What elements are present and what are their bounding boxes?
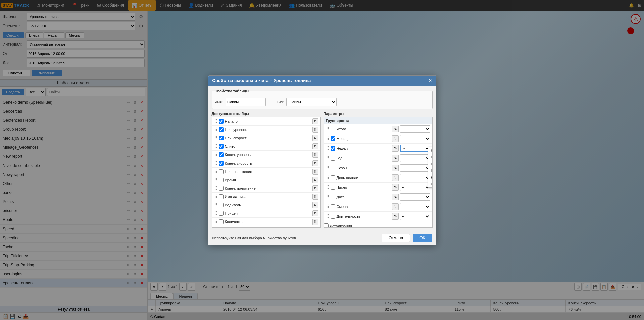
- param-drag-icon[interactable]: ⠿: [326, 165, 329, 171]
- param-check[interactable]: [331, 204, 335, 209]
- param-drag-icon[interactable]: ⠿: [326, 175, 329, 180]
- dropdown-item[interactable]: Нач. скорость: [428, 161, 433, 167]
- dropdown-item[interactable]: Нач. уровень: [428, 167, 433, 174]
- param-check[interactable]: [331, 214, 335, 219]
- param-sort-btn[interactable]: ⇅: [392, 155, 399, 162]
- avail-col-item: ⠿ Количество ⚙: [212, 218, 320, 226]
- dropdown-item[interactable]: Слито: [428, 181, 433, 187]
- drag-handle-icon[interactable]: ⠿: [214, 127, 217, 132]
- grouping-param-row: ⠿ Сезон ⇅ --: [324, 163, 432, 173]
- grouping-param-row: ⠿ Число ⇅ --: [324, 183, 432, 192]
- avail-col-check[interactable]: [219, 169, 224, 174]
- param-drag-icon[interactable]: ⠿: [326, 126, 329, 132]
- param-select[interactable]: --: [400, 203, 430, 210]
- extra-checkbox[interactable]: [324, 223, 329, 228]
- avail-col-check[interactable]: [219, 178, 224, 182]
- param-drag-icon[interactable]: ⠿: [326, 155, 329, 161]
- param-sort-btn[interactable]: ⇅: [392, 165, 399, 171]
- avail-col-settings-btn[interactable]: ⚙: [312, 127, 318, 133]
- avail-col-settings-btn[interactable]: ⚙: [312, 135, 318, 141]
- param-check[interactable]: [331, 175, 335, 180]
- avail-col-settings-btn[interactable]: ⚙: [312, 169, 318, 175]
- param-drag-icon[interactable]: ⠿: [326, 136, 329, 141]
- param-check[interactable]: [331, 156, 335, 161]
- drag-handle-icon[interactable]: ⠿: [214, 161, 217, 166]
- param-select[interactable]: --: [400, 193, 430, 201]
- param-label: День недели: [337, 176, 391, 180]
- avail-col-check[interactable]: [219, 152, 224, 157]
- param-select[interactable]: --: [400, 125, 430, 133]
- param-drag-icon[interactable]: ⠿: [326, 214, 329, 219]
- avail-col-check[interactable]: [219, 144, 224, 149]
- avail-col-check[interactable]: [219, 194, 224, 199]
- drag-handle-icon[interactable]: ⠿: [214, 177, 217, 183]
- param-check[interactable]: [331, 146, 335, 151]
- drag-handle-icon[interactable]: ⠿: [214, 169, 217, 174]
- avail-col-settings-btn[interactable]: ⚙: [312, 143, 318, 149]
- avail-col-check[interactable]: [219, 119, 224, 124]
- param-sort-btn[interactable]: ⇅: [392, 174, 399, 181]
- avail-col-check[interactable]: [219, 186, 224, 191]
- avail-col-check[interactable]: [219, 211, 224, 216]
- drag-handle-icon[interactable]: ⠿: [214, 119, 217, 124]
- avail-col-settings-btn[interactable]: ⚙: [312, 160, 318, 166]
- param-select[interactable]: --: [400, 154, 430, 162]
- table-props-title: Свойства таблицы: [215, 89, 249, 93]
- avail-col-settings-btn[interactable]: ⚙: [312, 219, 318, 225]
- modal-footer: Используйте Ctrl для выбора множества пу…: [208, 231, 436, 245]
- param-select[interactable]: --: [400, 145, 430, 152]
- avail-col-check[interactable]: [219, 161, 224, 166]
- drag-handle-icon[interactable]: ⠿: [214, 186, 217, 191]
- param-select[interactable]: --: [400, 135, 430, 142]
- drag-handle-icon[interactable]: ⠿: [214, 219, 217, 225]
- drag-handle-icon[interactable]: ⠿: [214, 194, 217, 199]
- avail-col-settings-btn[interactable]: ⚙: [312, 152, 318, 158]
- param-check[interactable]: [331, 166, 335, 170]
- drag-handle-icon[interactable]: ⠿: [214, 152, 217, 157]
- param-drag-icon[interactable]: ⠿: [326, 185, 329, 190]
- avail-col-settings-btn[interactable]: ⚙: [312, 118, 318, 124]
- drag-handle-icon[interactable]: ⠿: [214, 202, 217, 208]
- ok-btn[interactable]: ОК: [413, 234, 432, 242]
- param-sort-btn[interactable]: ⇅: [392, 203, 399, 210]
- param-select[interactable]: --: [400, 184, 430, 191]
- avail-col-check[interactable]: [219, 136, 224, 140]
- param-drag-icon[interactable]: ⠿: [326, 146, 329, 151]
- avail-col-settings-btn[interactable]: ⚙: [312, 210, 318, 216]
- avail-col-check[interactable]: [219, 127, 224, 132]
- param-sort-btn[interactable]: ⇅: [392, 126, 399, 132]
- param-drag-icon[interactable]: ⠿: [326, 204, 329, 209]
- param-check[interactable]: [331, 127, 335, 131]
- avail-col-check[interactable]: [219, 219, 224, 224]
- dropdown-item[interactable]: Начало: [428, 174, 433, 181]
- avail-col-label: Нач. положение: [225, 170, 311, 174]
- param-sort-btn[interactable]: ⇅: [392, 135, 399, 142]
- modal-close-btn[interactable]: ×: [429, 78, 432, 84]
- param-select[interactable]: --: [400, 164, 430, 172]
- cancel-btn[interactable]: Отмена: [382, 234, 410, 242]
- avail-col-settings-btn[interactable]: ⚙: [312, 202, 318, 208]
- dropdown-item[interactable]: Конеч. уровень: [428, 154, 433, 161]
- name-input[interactable]: [226, 98, 266, 106]
- drag-handle-icon[interactable]: ⠿: [214, 144, 217, 149]
- param-sort-btn[interactable]: ⇅: [392, 194, 399, 200]
- param-sort-btn[interactable]: ⇅: [392, 213, 399, 220]
- param-drag-icon[interactable]: ⠿: [326, 194, 329, 200]
- dropdown-item[interactable]: Конеч. скорость: [428, 147, 433, 154]
- avail-col-settings-btn[interactable]: ⚙: [312, 227, 318, 228]
- avail-col-settings-btn[interactable]: ⚙: [312, 185, 318, 191]
- avail-col-settings-btn[interactable]: ⚙: [312, 177, 318, 183]
- param-check[interactable]: [331, 185, 335, 190]
- avail-col-settings-btn[interactable]: ⚙: [312, 194, 318, 200]
- param-check[interactable]: [331, 195, 335, 199]
- param-select[interactable]: --: [400, 174, 430, 181]
- name-label: Имя:: [215, 100, 223, 104]
- type-select[interactable]: Сливы: [286, 98, 337, 106]
- drag-handle-icon[interactable]: ⠿: [214, 135, 217, 141]
- avail-col-check[interactable]: [219, 203, 224, 207]
- param-sort-btn[interactable]: ⇅: [392, 145, 399, 152]
- param-select[interactable]: --: [400, 213, 430, 220]
- drag-handle-icon[interactable]: ⠿: [214, 211, 217, 216]
- param-check[interactable]: [331, 136, 335, 141]
- param-sort-btn[interactable]: ⇅: [392, 184, 399, 191]
